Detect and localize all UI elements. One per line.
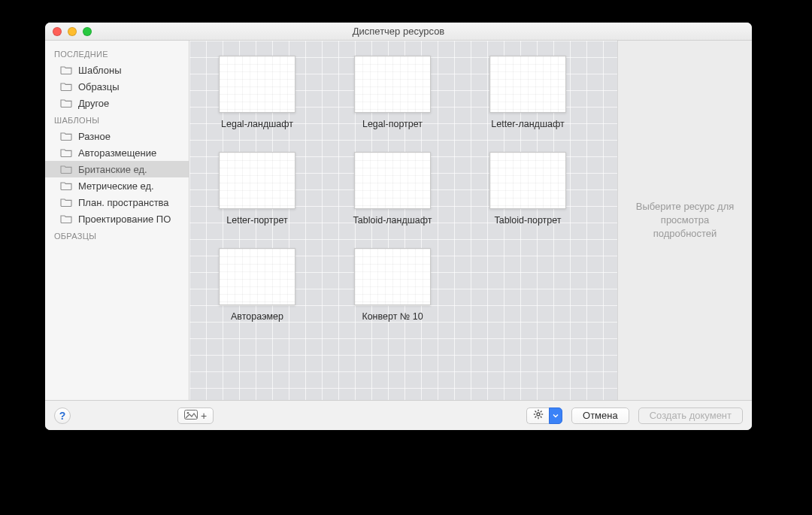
- details-pane: Выберите ресурс для просмотра подробност…: [618, 41, 752, 400]
- page-thumbnail-icon: [354, 56, 431, 113]
- template-item[interactable]: Конверт № 10: [347, 248, 438, 322]
- action-menu-dropdown[interactable]: [549, 407, 562, 424]
- folder-icon: [60, 65, 72, 74]
- svg-line-10: [535, 417, 536, 418]
- template-label: Tabloid-ландшафт: [353, 215, 432, 226]
- help-button[interactable]: ?: [54, 407, 71, 424]
- gear-icon: [533, 409, 544, 422]
- window-title: Диспетчер ресурсов: [45, 26, 752, 37]
- folder-icon: [60, 198, 72, 207]
- svg-line-8: [540, 417, 541, 418]
- sidebar-item-label: Метрические ед.: [78, 180, 154, 192]
- template-item[interactable]: Tabloid-ландшафт: [347, 152, 438, 226]
- sidebar-heading-recent: ПОСЛЕДНИЕ: [45, 45, 189, 62]
- details-placeholder: Выберите ресурс для просмотра подробност…: [629, 200, 741, 241]
- folder-icon: [60, 181, 72, 190]
- cancel-button[interactable]: Отмена: [571, 407, 629, 424]
- template-label: Letter-ландшафт: [491, 119, 564, 129]
- sidebar-heading-samples: ОБРАЗЦЫ: [45, 227, 189, 244]
- template-item[interactable]: Tabloid-портрет: [483, 152, 573, 226]
- sidebar-item-misc[interactable]: Разное: [45, 128, 189, 144]
- help-icon: ?: [59, 410, 66, 422]
- sidebar-item-label: Другое: [78, 98, 109, 109]
- page-thumbnail-icon: [354, 248, 431, 305]
- window-body: ПОСЛЕДНИЕ Шаблоны Образцы Другое ШАБЛОНЫ…: [45, 41, 752, 400]
- folder-icon: [60, 214, 72, 223]
- folder-icon: [60, 148, 72, 157]
- sidebar-item-label: Шаблоны: [78, 65, 122, 76]
- template-label: Tabloid-портрет: [494, 215, 561, 226]
- folder-icon: [60, 98, 72, 108]
- titlebar: Диспетчер ресурсов: [45, 23, 752, 41]
- button-label: Создать документ: [650, 410, 732, 421]
- sidebar: ПОСЛЕДНИЕ Шаблоны Образцы Другое ШАБЛОНЫ…: [45, 41, 189, 400]
- sidebar-heading-templates: ШАБЛОНЫ: [45, 111, 189, 128]
- svg-point-1: [187, 411, 189, 414]
- sidebar-item-software-design[interactable]: Проектирование ПО: [45, 211, 189, 227]
- sidebar-item-autolayout[interactable]: Авторазмещение: [45, 144, 189, 161]
- sidebar-item-label: Британские ед.: [78, 164, 147, 175]
- svg-line-7: [535, 411, 536, 413]
- import-button[interactable]: +: [177, 407, 214, 424]
- template-item[interactable]: Letter-ландшафт: [483, 56, 573, 129]
- template-item[interactable]: Legal-портрет: [347, 56, 438, 129]
- import-icon: [184, 410, 198, 422]
- template-grid: Legal-ландшафт Legal-портрет Letter-ланд…: [189, 41, 618, 400]
- sidebar-item-samples[interactable]: Образцы: [45, 78, 189, 95]
- sidebar-item-label: Разное: [78, 131, 111, 142]
- svg-point-2: [537, 413, 540, 416]
- sidebar-item-label: Авторазмещение: [78, 147, 156, 159]
- template-label: Legal-портрет: [362, 119, 423, 129]
- page-thumbnail-icon: [219, 152, 295, 209]
- template-label: Автораэмер: [231, 311, 283, 322]
- template-item[interactable]: Legal-ландшафт: [212, 56, 302, 129]
- page-thumbnail-icon: [219, 248, 295, 305]
- sidebar-item-label: План. пространства: [78, 197, 169, 208]
- gear-button[interactable]: [526, 407, 549, 424]
- sidebar-item-imperial[interactable]: Британские ед.: [45, 161, 189, 177]
- sidebar-item-label: Образцы: [78, 81, 120, 92]
- create-document-button: Создать документ: [638, 407, 743, 424]
- folder-icon: [60, 132, 72, 141]
- resource-manager-window: Диспетчер ресурсов ПОСЛЕДНИЕ Шаблоны Обр…: [45, 23, 752, 430]
- folder-icon: [60, 165, 72, 174]
- action-menu: [526, 407, 562, 424]
- page-thumbnail-icon: [489, 56, 566, 113]
- template-label: Legal-ландшафт: [221, 119, 293, 129]
- page-thumbnail-icon: [354, 152, 431, 209]
- sidebar-item-metric[interactable]: Метрические ед.: [45, 177, 189, 194]
- svg-line-9: [540, 411, 541, 413]
- template-label: Letter-портрет: [226, 215, 287, 226]
- sidebar-item-templates[interactable]: Шаблоны: [45, 62, 189, 78]
- footer: ? + Отмена Создать документ: [45, 400, 752, 430]
- sidebar-item-other[interactable]: Другое: [45, 95, 189, 111]
- template-item[interactable]: Автораэмер: [212, 248, 302, 322]
- plus-icon: +: [201, 410, 207, 422]
- chevron-down-icon: [553, 410, 559, 421]
- template-item[interactable]: Letter-портрет: [212, 152, 302, 226]
- template-label: Конверт № 10: [362, 311, 423, 322]
- button-label: Отмена: [583, 410, 618, 421]
- page-thumbnail-icon: [489, 152, 566, 209]
- sidebar-item-label: Проектирование ПО: [78, 214, 171, 225]
- folder-icon: [60, 82, 72, 91]
- page-thumbnail-icon: [219, 56, 295, 113]
- sidebar-item-space-planning[interactable]: План. пространства: [45, 194, 189, 211]
